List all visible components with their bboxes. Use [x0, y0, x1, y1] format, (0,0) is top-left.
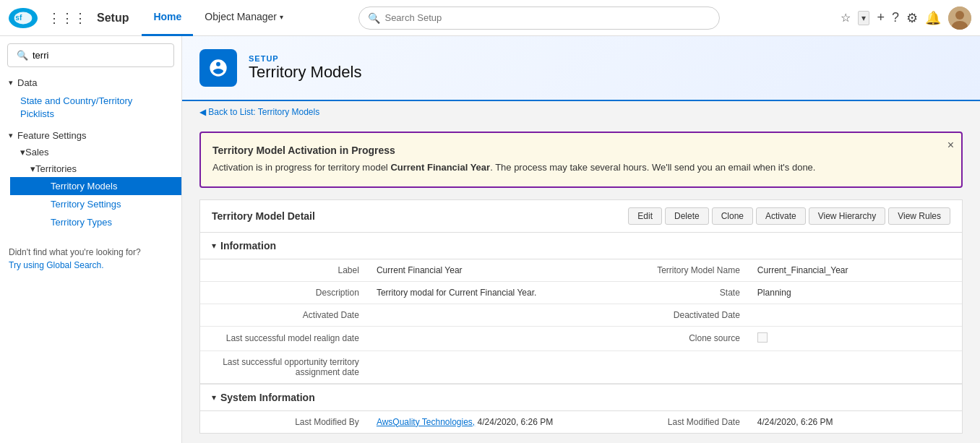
tab-object-manager[interactable]: Object Manager ▾	[193, 0, 295, 36]
main-layout: 🔍 terri ▾ Data State and Country/Territo…	[0, 36, 980, 443]
value-activated-date	[368, 304, 581, 326]
sidebar-group-feature-settings-label: Feature Settings	[17, 130, 86, 141]
sidebar-help-note: Didn't find what you're looking for? Try…	[0, 234, 181, 283]
sidebar-item-territory-models[interactable]: Territory Models	[10, 177, 181, 195]
sidebar-item-territory-types[interactable]: Territory Types	[10, 213, 181, 231]
system-section-header[interactable]: ▾ System Information	[200, 384, 962, 411]
label-clone-source: Clone source	[581, 326, 749, 350]
sidebar-search-container[interactable]: 🔍 terri	[7, 43, 174, 67]
global-search-link[interactable]: Try using Global Search.	[9, 260, 104, 270]
sidebar-group-territories-header[interactable]: ▾ Territories	[10, 160, 181, 177]
avatar[interactable]	[948, 7, 971, 30]
value-clone-source	[749, 326, 962, 350]
clone-source-checkbox	[757, 332, 768, 343]
label-state: State	[581, 281, 749, 304]
label-opportunity-territory: Last successful opportunity territory as…	[200, 350, 368, 383]
edit-button[interactable]: Edit	[628, 207, 662, 225]
search-icon: 🔍	[368, 12, 380, 24]
table-row: Last successful model realign date Clone…	[200, 326, 962, 350]
favorites-icon[interactable]: ☆	[841, 11, 851, 25]
sidebar-group-feature-settings: ▾ Feature Settings ▾ Sales ▾ Territories…	[0, 127, 181, 231]
sidebar-group-feature-settings-header[interactable]: ▾ Feature Settings	[0, 127, 181, 144]
expand-arrow-icon: ▾	[30, 163, 35, 174]
svg-point-3	[955, 11, 964, 20]
top-nav: sf ⋮⋮⋮ Setup Home Object Manager ▾ 🔍 ☆ ▾…	[0, 0, 980, 36]
value-territory-model-name: Current_Financial_Year	[749, 259, 962, 282]
alert-title: Territory Model Activation in Progress	[212, 145, 932, 156]
main-nav: Home Object Manager ▾	[142, 0, 295, 36]
alert-close-button[interactable]: ×	[947, 139, 954, 152]
sidebar-territories-group: ▾ Territories Territory Models Territory…	[0, 160, 181, 231]
collapse-arrow-icon: ▾	[212, 241, 216, 251]
table-row: Last Modified By AwsQuality Technologies…	[200, 411, 962, 433]
content-scroll[interactable]: ◀ Back to List: Territory Models × Terri…	[182, 101, 980, 443]
page-header-icon	[199, 49, 237, 87]
table-row: Label Current Financial Year Territory M…	[200, 259, 962, 282]
alert-body: Activation is in progress for territory …	[212, 160, 932, 175]
setup-label: SETUP	[249, 54, 361, 63]
help-icon[interactable]: ?	[892, 10, 899, 25]
page-header: SETUP Territory Models	[182, 36, 980, 101]
value-description: Territory modal for Current Financial Ye…	[368, 281, 581, 304]
label-last-modified-by: Last Modified By	[200, 411, 368, 433]
info-section-title: Information	[220, 240, 276, 251]
info-section-header[interactable]: ▾ Information	[200, 233, 962, 259]
chevron-down-icon: ▾	[280, 13, 283, 21]
add-icon[interactable]: +	[877, 10, 885, 25]
clone-button[interactable]: Clone	[712, 207, 753, 225]
activation-alert: × Territory Model Activation in Progress…	[199, 132, 963, 188]
sidebar-search-icon: 🔍	[17, 50, 28, 61]
value-last-modified-date: 4/24/2020, 6:26 PM	[749, 411, 962, 433]
salesforce-logo: sf	[9, 8, 38, 28]
svg-text:sf: sf	[15, 14, 22, 22]
label-last-modified-date: Last Modified Date	[581, 411, 749, 433]
label-label: Label	[200, 259, 368, 282]
view-hierarchy-button[interactable]: View Hierarchy	[809, 207, 885, 225]
value-realign	[368, 326, 581, 350]
action-buttons: Edit Delete Clone Activate View Hierarch…	[628, 207, 950, 225]
delete-button[interactable]: Delete	[665, 207, 709, 225]
favorites-dropdown-icon[interactable]: ▾	[858, 11, 869, 25]
label-activated-date: Activated Date	[200, 304, 368, 326]
app-grid-icon[interactable]: ⋮⋮⋮	[45, 7, 90, 29]
global-search-bar[interactable]: 🔍	[358, 7, 720, 30]
label-territory-model-name: Territory Model Name	[581, 259, 749, 282]
detail-section-title: Territory Model Detail	[212, 210, 315, 222]
value-opportunity-territory	[368, 350, 581, 383]
value-deactivated-date	[749, 304, 962, 326]
sidebar-group-sales-header[interactable]: ▾ Sales	[0, 144, 181, 160]
expand-arrow-icon: ▾	[9, 131, 13, 140]
sidebar-group-data: ▾ Data State and Country/TerritoryPickli…	[0, 74, 181, 124]
sidebar-item-state-country[interactable]: State and Country/TerritoryPicklists	[0, 91, 181, 124]
table-row: Activated Date Deactivated Date	[200, 304, 962, 326]
value-last-modified-by: AwsQuality Technologies, 4/24/2020, 6:26…	[368, 411, 581, 433]
sidebar-group-data-header[interactable]: ▾ Data	[0, 74, 181, 91]
content-area: SETUP Territory Models ◀ Back to List: T…	[182, 36, 980, 443]
sidebar-search-input[interactable]: terri	[33, 50, 165, 61]
back-link[interactable]: ◀ Back to List: Territory Models	[182, 101, 980, 123]
system-section-title: System Information	[220, 392, 315, 403]
activate-button[interactable]: Activate	[756, 207, 806, 225]
info-table: Label Current Financial Year Territory M…	[200, 259, 962, 384]
modified-by-link[interactable]: AwsQuality Technologies,	[377, 417, 475, 427]
search-input[interactable]	[384, 12, 710, 23]
sidebar-group-data-label: Data	[17, 77, 37, 88]
sidebar-sales-label: Sales	[25, 147, 49, 158]
value-label: Current Financial Year	[368, 259, 581, 282]
page-header-text: SETUP Territory Models	[249, 54, 361, 82]
app-name: Setup	[97, 12, 129, 25]
sidebar: 🔍 terri ▾ Data State and Country/Territo…	[0, 36, 182, 443]
sidebar-territories-label: Territories	[35, 163, 77, 174]
label-realign: Last successful model realign date	[200, 326, 368, 350]
detail-section-header: Territory Model Detail Edit Delete Clone…	[200, 200, 962, 233]
value-state: Planning	[749, 281, 962, 304]
view-rules-button[interactable]: View Rules	[888, 207, 950, 225]
info-collapsible: ▾ Information Label Current Financial Ye…	[200, 233, 962, 384]
tab-home[interactable]: Home	[142, 0, 193, 36]
label-deactivated-date: Deactivated Date	[581, 304, 749, 326]
sidebar-item-territory-settings[interactable]: Territory Settings	[10, 195, 181, 213]
collapse-arrow-icon: ▾	[212, 392, 216, 403]
top-icons: ☆ ▾ + ? ⚙ 🔔	[841, 7, 971, 30]
bell-icon[interactable]: 🔔	[925, 10, 941, 26]
gear-icon[interactable]: ⚙	[906, 10, 918, 26]
